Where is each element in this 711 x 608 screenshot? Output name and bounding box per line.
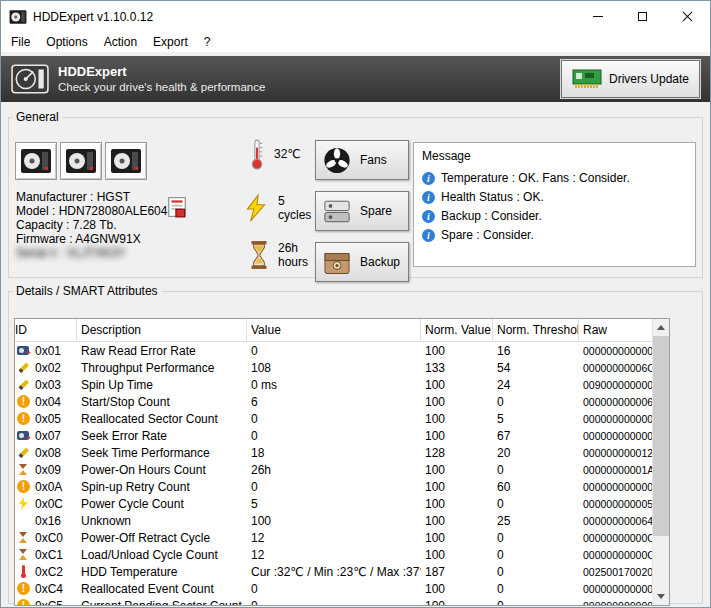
attr-raw: 000000000000 [579,481,652,493]
attr-id: 0x08 [35,446,61,460]
pencil-icon [17,361,30,374]
column-header-value[interactable]: Value [247,319,421,341]
table-row[interactable]: 0x16Unknown10010025000000000064 [15,512,652,529]
attr-norm-threshold: 24 [493,378,579,392]
menu-item-file[interactable]: File [3,33,38,51]
message-panel: Message Temperature : OK. Fans : Conside… [413,142,696,267]
attr-value: 0 [247,599,421,606]
table-row[interactable]: 0xC1Load/Unload Cycle Count1210000000000… [15,546,652,563]
table-row[interactable]: 0x0ASpin-up Retry Count01006000000000000… [15,478,652,495]
attr-id: 0xC2 [35,565,63,579]
scroll-up-button[interactable] [653,319,669,336]
attr-norm-value: 100 [421,429,493,443]
disk-error-icon [17,344,30,357]
menu-item-export[interactable]: Export [145,33,196,51]
table-row[interactable]: 0x02Throughput Performance10813354000000… [15,359,652,376]
table-row[interactable]: 0x01Raw Read Error Rate01001600000000000… [15,342,652,359]
drive-model: Model : HDN728080ALE604 [16,204,167,218]
scroll-down-button[interactable] [653,588,669,605]
scrollbar-thumb[interactable] [653,336,669,536]
drive-serial: Serial # : VLJTXK3Y [16,246,167,260]
drive-firmware: Firmware : A4GNW91X [16,232,167,246]
table-row[interactable]: 0xC0Power-Off Retract Cycle1210000000000… [15,529,652,546]
drive-button-2[interactable] [60,142,102,180]
attr-norm-value: 133 [421,361,493,375]
table-row[interactable]: 0xC5Current Pending Sector Count01000000… [15,597,652,605]
attr-raw: 000000000000 [579,583,652,595]
attr-id: 0x09 [35,463,61,477]
attr-description: Reallocated Event Count [77,582,247,596]
table-row[interactable]: 0xC2HDD TemperatureCur :32℃ / Min :23℃ /… [15,563,652,580]
attr-raw: 000000000064 [579,515,652,527]
attr-id: 0x0C [35,497,63,511]
column-header-norm-value[interactable]: Norm. Value [421,319,493,341]
attr-id: 0xC0 [35,531,63,545]
warning-icon [17,412,30,425]
attr-description: Unknown [77,514,247,528]
hours-value: 26h [278,241,308,255]
menu-item-action[interactable]: Action [96,33,145,51]
table-row[interactable]: 0x09Power-On Hours Count26h1000000000000… [15,461,652,478]
column-header-raw[interactable]: Raw [579,319,652,341]
attr-description: Power Cycle Count [77,497,247,511]
lightning-icon [17,497,30,510]
app-title: HDDExpert [58,64,265,80]
temperature-stat: 32℃ [249,138,301,170]
info-icon [422,210,435,223]
general-label: General [13,110,62,124]
attr-value: 0 [247,429,421,443]
column-header-id[interactable]: ID [15,319,77,341]
smart-label: Details / SMART Attributes [13,284,161,298]
attr-norm-value: 100 [421,378,493,392]
attr-id: 0xC5 [35,599,63,606]
attr-raw: 000000000012 [579,447,652,459]
drive-button-1[interactable] [15,142,57,180]
attr-id: 0xC4 [35,582,63,596]
attr-value: 0 [247,480,421,494]
table-row[interactable]: 0x04Start/Stop Count61000000000000006 [15,393,652,410]
attr-description: Load/Unload Cycle Count [77,548,247,562]
drive-info: Manufacturer : HGST Model : HDN728080ALE… [16,190,167,260]
attr-value: 5 [247,497,421,511]
attr-raw: 000000000000 [579,413,652,425]
message-line: Temperature : OK. Fans : Consider. [422,171,687,186]
menu-item-help[interactable]: ? [196,33,219,51]
attr-description: Power-Off Retract Cycle [77,531,247,545]
attr-norm-threshold: 0 [493,395,579,409]
attr-norm-threshold: 60 [493,480,579,494]
minimize-button[interactable] [575,1,620,32]
vertical-scrollbar[interactable] [652,319,669,605]
table-row[interactable]: 0x08Seek Time Performance181282000000000… [15,444,652,461]
drive-button-3[interactable] [105,142,147,180]
attr-raw: 00000000000C [579,549,652,561]
attr-value: 0 ms [247,378,421,392]
attr-description: Power-On Hours Count [77,463,247,477]
attr-raw: 00000000006C [579,362,652,374]
table-row[interactable]: 0x03Spin Up Time0 ms10024009000000000 [15,376,652,393]
menu-item-options[interactable]: Options [38,33,95,51]
export-report-icon[interactable] [167,196,187,218]
header-banner: HDDExpert Check your drive's health & pe… [1,56,710,102]
attr-norm-value: 100 [421,344,493,358]
table-row[interactable]: 0x05Reallocated Sector Count010050000000… [15,410,652,427]
attr-id: 0x0A [35,480,62,494]
pencil-icon [17,446,30,459]
fans-button[interactable]: Fans [315,140,409,180]
maximize-icon [638,12,647,21]
backup-button[interactable]: Backup [315,242,409,282]
table-row[interactable]: 0x0CPower Cycle Count51000000000000005 [15,495,652,512]
attr-value: 26h [247,463,421,477]
attr-value: 108 [247,361,421,375]
graphics-card-icon [572,68,602,90]
table-row[interactable]: 0x07Seek Error Rate010067000000000000 [15,427,652,444]
close-button[interactable] [665,1,710,32]
column-header-description[interactable]: Description [77,319,247,341]
table-row[interactable]: 0xC4Reallocated Event Count0100000000000… [15,580,652,597]
drivers-update-button[interactable]: Drivers Update [561,60,700,98]
attr-value: 0 [247,412,421,426]
column-header-norm-threshold[interactable]: Norm. Threshold [493,319,579,341]
spare-button[interactable]: Spare [315,191,409,231]
maximize-button[interactable] [620,1,665,32]
attr-value: 0 [247,582,421,596]
hours-stat: 26h hours [249,240,308,270]
